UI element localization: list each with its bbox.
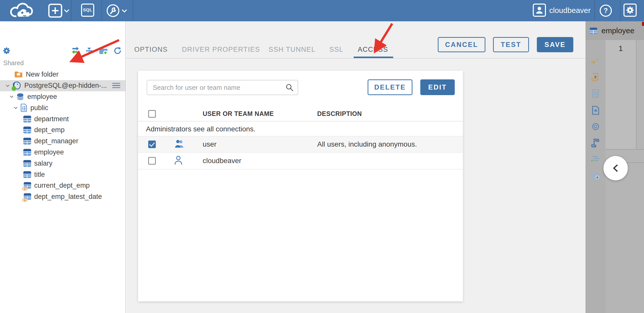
- toolbar-divider: [133, 0, 133, 21]
- tab-access[interactable]: ACCESS: [358, 46, 388, 54]
- view-icon: [23, 182, 31, 189]
- ai-assistant-icon[interactable]: [591, 122, 600, 131]
- tree-item-table-department[interactable]: department: [0, 113, 125, 125]
- tree-item-table-salary[interactable]: salary: [0, 158, 125, 169]
- connection-status-dot: [12, 86, 16, 91]
- table-icon: [23, 160, 31, 167]
- table-icon: [590, 27, 597, 34]
- connection-menu-icon[interactable]: [112, 83, 120, 89]
- search-input[interactable]: [147, 80, 298, 95]
- toolbar-divider: [620, 0, 621, 21]
- cancel-button[interactable]: CANCEL: [438, 37, 485, 52]
- table-icon: [23, 116, 31, 123]
- chevron-down-icon[interactable]: [5, 83, 11, 89]
- tree-item-database-employee[interactable]: employee: [0, 91, 125, 102]
- import-folder-icon[interactable]: [591, 171, 600, 181]
- user-menu-button[interactable]: [533, 4, 546, 17]
- tree-item-label: New folder: [26, 71, 59, 78]
- tree-item-label: dept_emp: [34, 126, 65, 134]
- result-tab-employee[interactable]: employee: [585, 21, 644, 40]
- row-name: user: [203, 140, 216, 148]
- tree-item-label: dept_manager: [34, 137, 78, 145]
- execution-plan-icon[interactable]: [591, 154, 600, 164]
- edit-button[interactable]: EDIT: [420, 79, 455, 95]
- toolbar-divider: [594, 0, 595, 21]
- table-icon: [23, 171, 31, 178]
- tree-item-view-dept-emp-latest-date[interactable]: dept_emp_latest_date: [0, 191, 125, 202]
- tab-ssl[interactable]: SSL: [329, 46, 344, 54]
- expand-panel-button[interactable]: [603, 156, 628, 180]
- add-folder-button[interactable]: [99, 46, 108, 55]
- chevron-down-icon[interactable]: [13, 105, 19, 111]
- tab-options[interactable]: OPTIONS: [134, 46, 168, 54]
- tab-modified-marker: [642, 22, 644, 26]
- chevron-left-icon: [612, 164, 619, 172]
- row-checkbox-unchecked[interactable]: [148, 157, 156, 165]
- select-all-checkbox[interactable]: [148, 110, 156, 118]
- tree-item-table-title[interactable]: title: [0, 169, 125, 180]
- new-connection-button[interactable]: [48, 4, 62, 18]
- driver-wrench-icon: [106, 4, 120, 18]
- result-tab-label: employee: [601, 26, 634, 35]
- sql-script-icon[interactable]: [591, 138, 600, 148]
- tree-item-view-current-dept-emp[interactable]: current_dept_emp: [0, 180, 125, 191]
- navigator-settings-button[interactable]: [2, 46, 11, 55]
- settings-button[interactable]: [623, 4, 637, 17]
- table-row-cloudbeaver[interactable]: cloudbeaver: [138, 153, 463, 169]
- delete-button[interactable]: DELETE: [368, 79, 412, 95]
- refresh-button[interactable]: [113, 46, 122, 55]
- chevron-down-icon[interactable]: [122, 9, 127, 13]
- tree-item-label: PostgreSQL@ep-hidden-...: [24, 82, 107, 90]
- access-panel: DELETE EDIT USER OR TEAM NAME DESCRIPTIO…: [138, 71, 463, 301]
- tree-item-table-employee[interactable]: employee: [0, 147, 125, 158]
- row-description: All users, including anonymous.: [317, 140, 417, 148]
- tree-item-schema-public[interactable]: public: [0, 102, 125, 113]
- connection-dialog-area: OPTIONS DRIVER PROPERTIES SSH TUNNEL SSL…: [126, 21, 585, 313]
- plus-icon: [48, 4, 62, 18]
- tree-item-label: department: [34, 115, 69, 123]
- tree-item-postgresql-connection[interactable]: PostgreSQL@ep-hidden-...: [0, 80, 125, 91]
- chevron-down-icon[interactable]: [9, 94, 15, 100]
- column-header-description: DESCRIPTION: [317, 110, 362, 117]
- user-icon: [174, 155, 183, 166]
- result-viewer-panel: employee: [585, 21, 644, 313]
- collapse-all-icon: [85, 47, 93, 55]
- driver-manager-button[interactable]: [106, 4, 120, 18]
- chevron-down-icon[interactable]: [64, 9, 69, 13]
- help-button[interactable]: ?: [600, 5, 612, 17]
- link-editor-button[interactable]: [71, 46, 80, 55]
- settings-gear-icon: [626, 6, 634, 14]
- tree-item-label: dept_emp_latest_date: [34, 193, 102, 201]
- grid-divider: [605, 149, 644, 150]
- table-row-user[interactable]: user All users, including anonymous.: [138, 136, 463, 153]
- database-icon: [16, 93, 24, 100]
- grid-view-icon[interactable]: [591, 89, 600, 98]
- run-script-icon[interactable]: [591, 72, 600, 82]
- tree-item-label: title: [34, 171, 45, 179]
- test-button[interactable]: TEST: [493, 37, 529, 52]
- column-header-name: USER OR TEAM NAME: [203, 110, 274, 117]
- collapse-all-button[interactable]: [85, 46, 94, 55]
- tree-item-new-folder[interactable]: New folder: [0, 69, 125, 80]
- schema-icon: [20, 104, 27, 112]
- tab-driver-properties[interactable]: DRIVER PROPERTIES: [182, 46, 260, 54]
- add-row-icon[interactable]: [591, 56, 600, 66]
- save-button[interactable]: SAVE: [537, 37, 573, 52]
- admin-note-row: Administrators see all connections.: [138, 122, 463, 136]
- search-field: [147, 80, 298, 95]
- tab-ssh-tunnel[interactable]: SSH TUNNEL: [269, 46, 316, 54]
- refresh-icon: [113, 47, 122, 55]
- table-icon: [23, 149, 31, 156]
- sql-editor-button[interactable]: SQL: [81, 4, 94, 17]
- export-data-icon[interactable]: [591, 106, 600, 115]
- tree-item-table-dept-emp[interactable]: dept_emp: [0, 125, 125, 136]
- tree-item-table-dept-manager[interactable]: dept_manager: [0, 136, 125, 147]
- cloudbeaver-logo: [9, 2, 39, 19]
- admin-note-text: Administrators see all connections.: [146, 125, 256, 133]
- tabbar-divider: [126, 58, 585, 59]
- sql-editor-icon: SQL: [83, 8, 92, 13]
- team-icon: [174, 140, 185, 149]
- row-checkbox-checked[interactable]: [148, 141, 156, 148]
- search-icon[interactable]: [286, 83, 294, 92]
- add-folder-icon: [99, 47, 108, 55]
